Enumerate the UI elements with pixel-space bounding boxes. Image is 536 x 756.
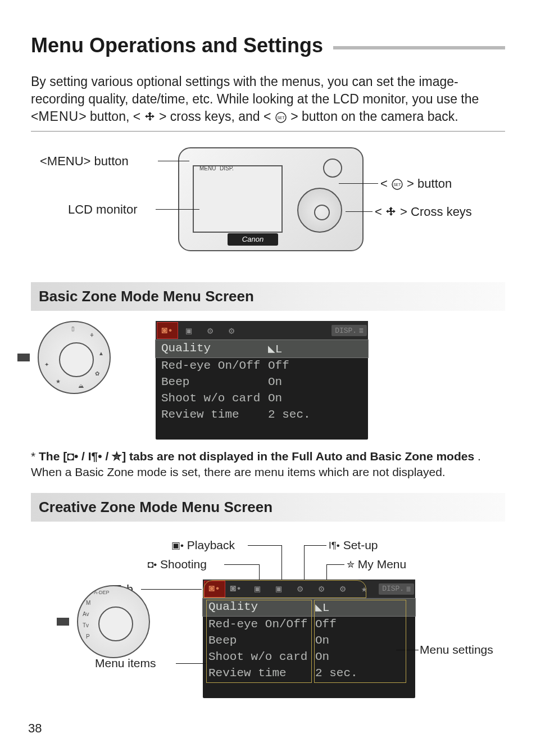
lcd-tab-c8: ★ [353,581,375,597]
label-menu-settings: Menu settings [420,643,493,657]
intro-divider [31,131,505,132]
note-bold-pre: The [ [39,450,67,463]
camera-dpad [297,188,342,233]
intro-line3-mid1: > button, < [79,109,140,124]
lcd-val-c1: Off [315,618,337,631]
section-creative-zone: Creative Zone Mode Menu Screen [31,493,505,522]
lcd-tab-playback: ▣ [178,322,199,339]
menu-label-word: MENU [38,109,79,124]
line-shooting-h [224,564,259,565]
camera-top-button [323,159,342,178]
shooting-icon: ◘• [148,559,157,570]
lcd-key-2: Beep [161,375,268,388]
lcd-tab-c5: ⚙ [289,581,311,597]
lcd-val-2: On [268,375,282,388]
lcd-key-c0: Quality [208,600,315,614]
lcd-tab-strip: ◙• ▣ ⚙ ⚙ DISP.≣ [156,321,368,340]
lcd-row-redeye: Red-eye On/Off Off [156,357,368,374]
line-menu-items [176,663,207,664]
svg-text:SET: SET [393,183,401,187]
label-playback: ▣• Playback [171,538,235,552]
note-bold-post: ] tabs are not displayed in the Full Aut… [122,450,474,463]
lead-line-cross [346,211,373,212]
lcd-val-c3: On [315,650,329,663]
lcd-val-4: 2 sec. [268,408,311,421]
set-post: > button [407,176,452,191]
lcd-key-3: Shoot w/o card [161,392,268,405]
camera-logo: Canon [228,233,278,246]
lcd-tab-setup2: ⚙ [221,322,242,339]
callout-lcd-monitor: LCD monitor [68,202,137,217]
basic-zone-row: ▯ ⚘ ▲ ✿ ⛰ ★ ✦ ◙• ▣ ⚙ ⚙ DISP.≣ Quality ◣L… [31,321,505,440]
lcd-key-c3: Shoot w/o card [208,650,315,663]
dial-pointer [17,354,30,361]
cross-pre: < [375,205,382,219]
lcd-key-4: Review time [161,408,268,421]
playback-text: Playback [187,538,235,551]
setup-text: Set-up [343,538,378,551]
lcd-key-c1: Red-eye On/Off [208,618,315,631]
lcd-tab-c1: ◙• [204,581,225,597]
mode-dial-basic: ▯ ⚘ ▲ ✿ ⛰ ★ ✦ [38,321,111,394]
lcd-row-c0: Quality ◣L [203,599,415,616]
label-mymenu: ✮ My Menu [347,558,406,571]
lcd-row-c2: Beep On [203,632,415,649]
title-rule [333,46,505,49]
intro-line3-post: > button on the camera back. [290,109,458,124]
set-pre: < [380,176,388,191]
set-button-icon: SET [275,111,287,124]
intro-line1: By setting various optional settings wit… [31,74,458,89]
lcd-key-0: Quality [161,342,268,356]
intro-line3-pre: < [31,109,38,124]
line-playback-h [248,545,281,546]
creative-zone-diagram: ▣• Playback ◘• Shooting І¶• Set-up ✮ My … [31,532,505,745]
lcd-tab-setup1: ⚙ [199,322,221,339]
lcd-tab-c7: ⚙ [332,581,353,597]
cross-keys-icon [144,111,156,123]
mode-dial-creative: A-DEP M Av Tv P [77,585,150,658]
page-number: 38 [28,721,42,736]
lcd-val-3: On [268,392,282,405]
lcd-tab-c4: ▣ [268,581,289,597]
lcd-tab-strip-creative: ◙• ◙• ▣ ▣ ⚙ ⚙ ⚙ ★ DISP.≣ [203,580,415,599]
lcd-key-c2: Beep [208,634,315,647]
lcd-val-c2: On [315,634,329,647]
lcd-row-c3: Shoot w/o card On [203,649,415,665]
lcd-disp-badge: DISP.≣ [331,325,367,336]
lcd-row-shootwo: Shoot w/o card On [156,390,368,406]
callout-set-button: < SET > button [380,176,452,191]
lead-line-menu [158,161,189,161]
lcd-row-review: Review time 2 sec. [156,406,368,423]
note-star: * [31,450,35,463]
line-setup-h [304,545,326,546]
lcd-disp-badge-c: DISP.≣ [379,583,414,595]
lcd-row-c1: Red-eye On/Off Off [203,616,415,632]
cross-keys-icon-2 [385,206,397,218]
label-shooting: ◘• Shooting [148,558,207,571]
page-title: Menu Operations and Settings [31,34,323,57]
mymenu-icon: ✮ [347,559,355,570]
camera-body-outline: Canon MENU DISP. [178,147,364,251]
intro-line3-mid2: > cross keys, and < [159,109,271,124]
lcd-tab-c3: ▣ [247,581,268,597]
setup-icon: І¶• [329,540,340,551]
tiny-disp-label: DISP. [220,165,234,171]
line-menu-settings [396,650,419,650]
lcd-menu-creative: ◙• ◙• ▣ ▣ ⚙ ⚙ ⚙ ★ DISP.≣ Quality ◣L Red-… [203,580,415,698]
line-mymenu-h [326,564,344,565]
lcd-val-0: ◣L [268,342,282,356]
lcd-menu-basic: ◙• ▣ ⚙ ⚙ DISP.≣ Quality ◣L Red-eye On/Of… [156,321,368,440]
lcd-val-c0: ◣L [315,600,329,614]
lcd-key-1: Red-eye On/Off [161,359,268,372]
cross-post: > Cross keys [400,205,472,219]
lcd-row-quality: Quality ◣L [156,340,368,357]
svg-text:SET: SET [277,116,285,120]
lead-line-set [339,183,378,184]
set-button-icon-2: SET [391,178,403,191]
lead-line-lcd [156,209,199,210]
lcd-val-c4: 2 sec. [315,667,358,680]
tiny-menu-label: MENU [199,165,216,171]
section-basic-zone: Basic Zone Mode Menu Screen [31,282,505,311]
mymenu-text: My Menu [358,558,406,571]
lcd-row-c4: Review time 2 sec. [203,665,415,681]
